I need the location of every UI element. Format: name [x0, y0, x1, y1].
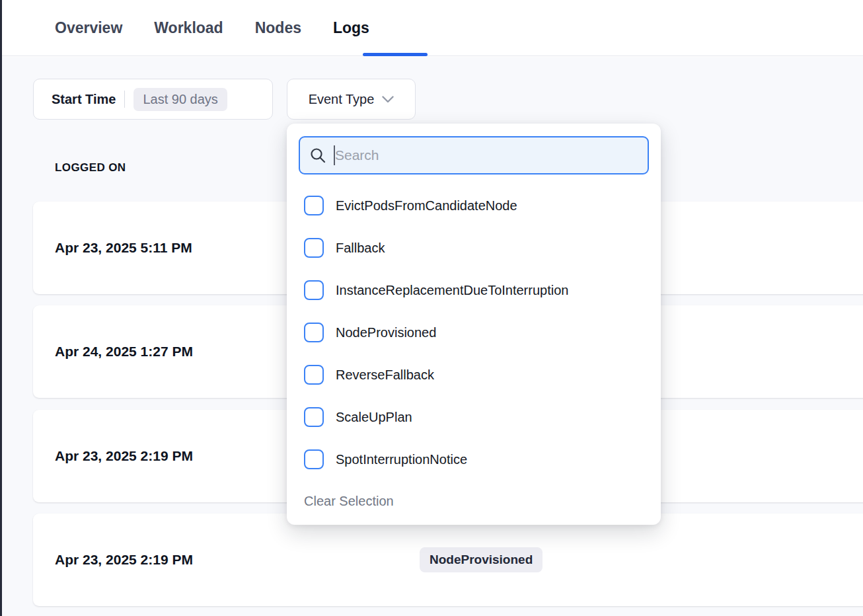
tab-nodes[interactable]: Nodes	[255, 19, 301, 37]
logged-on-value: Apr 23, 2025 2:19 PM	[55, 448, 193, 464]
checkbox[interactable]	[304, 323, 324, 342]
tab-bar: Overview Workload Nodes Logs	[2, 0, 863, 56]
option-label: EvictPodsFromCandidateNode	[336, 198, 517, 213]
logs-page: Overview Workload Nodes Logs Start Time …	[0, 0, 863, 616]
chevron-down-icon	[382, 96, 394, 103]
option-spot-interruption-notice[interactable]: SpotInterruptionNotice	[287, 438, 661, 481]
option-label: NodeProvisioned	[336, 325, 436, 340]
clear-selection-button[interactable]: Clear Selection	[304, 494, 394, 509]
start-time-filter-button[interactable]: Start Time Last 90 days	[33, 79, 273, 120]
option-evict-pods-from-candidate-node[interactable]: EvictPodsFromCandidateNode	[287, 184, 661, 227]
option-label: Fallback	[336, 241, 385, 256]
start-time-value-pill: Last 90 days	[133, 88, 227, 111]
filter-divider	[124, 91, 125, 108]
logged-on-value: Apr 23, 2025 5:11 PM	[55, 240, 192, 256]
search-box[interactable]	[299, 136, 649, 174]
checkbox[interactable]	[304, 280, 324, 300]
checkbox[interactable]	[304, 407, 324, 427]
checkbox[interactable]	[304, 196, 324, 215]
option-reverse-fallback[interactable]: ReverseFallback	[287, 354, 661, 396]
option-label: SpotInterruptionNotice	[336, 452, 467, 467]
checkbox[interactable]	[304, 365, 324, 385]
logged-on-value: Apr 23, 2025 2:19 PM	[55, 552, 193, 568]
search-input[interactable]	[335, 147, 638, 163]
tab-list: Overview Workload Nodes Logs	[55, 0, 369, 56]
left-edge-border	[0, 0, 2, 616]
event-type-badge: NodeProvisioned	[420, 547, 543, 572]
option-label: ReverseFallback	[336, 367, 434, 383]
option-fallback[interactable]: Fallback	[287, 227, 661, 269]
tab-workload[interactable]: Workload	[154, 19, 223, 37]
checkbox[interactable]	[304, 238, 324, 258]
start-time-label: Start Time	[52, 92, 116, 107]
log-row[interactable]: Apr 23, 2025 2:19 PM NodeProvisioned	[33, 514, 863, 606]
event-type-dropdown: EvictPodsFromCandidateNode Fallback Inst…	[287, 124, 661, 525]
search-icon	[309, 147, 326, 164]
option-scale-up-plan[interactable]: ScaleUpPlan	[287, 396, 661, 438]
active-tab-indicator	[363, 53, 428, 56]
option-instance-replacement-due-to-interruption[interactable]: InstanceReplacementDueToInterruption	[287, 269, 661, 311]
tab-overview[interactable]: Overview	[55, 19, 122, 37]
event-type-option-list: EvictPodsFromCandidateNode Fallback Inst…	[287, 184, 661, 481]
event-type-filter-button[interactable]: Event Type	[287, 79, 416, 120]
logged-on-value: Apr 24, 2025 1:27 PM	[55, 344, 193, 360]
tab-logs[interactable]: Logs	[333, 19, 369, 37]
option-label: ScaleUpPlan	[336, 410, 412, 425]
event-type-label: Event Type	[309, 92, 375, 107]
option-label: InstanceReplacementDueToInterruption	[336, 283, 568, 298]
option-node-provisioned[interactable]: NodeProvisioned	[287, 311, 661, 354]
checkbox[interactable]	[304, 449, 324, 469]
logs-content: Start Time Last 90 days Event Type LOGGE…	[2, 57, 863, 616]
column-header-logged-on: LOGGED ON	[55, 161, 126, 174]
